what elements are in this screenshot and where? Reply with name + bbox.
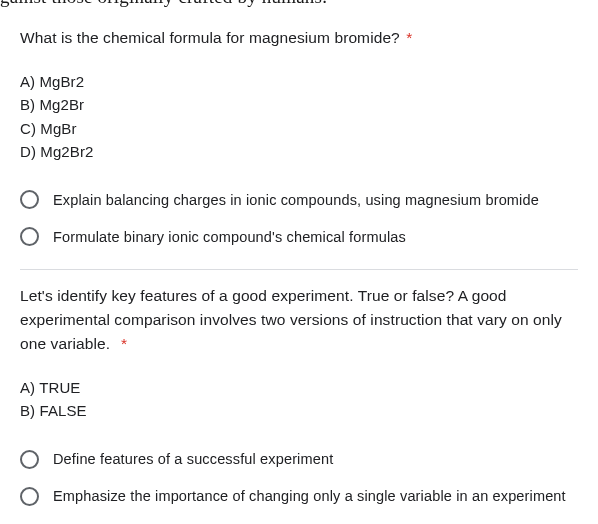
question-1-prompt: What is the chemical formula for magnesi… <box>20 26 578 50</box>
radio-icon <box>20 450 39 469</box>
question-1: What is the chemical formula for magnesi… <box>0 12 598 255</box>
radio-icon <box>20 227 39 246</box>
answer-a: A) MgBr2 <box>20 70 578 93</box>
question-2-answers: A) TRUE B) FALSE <box>20 376 578 423</box>
question-1-text: What is the chemical formula for magnesi… <box>20 29 400 46</box>
q1-option-1[interactable]: Explain balancing charges in ionic compo… <box>20 181 578 218</box>
question-2-prompt: Let's identify key features of a good ex… <box>20 284 578 356</box>
required-asterisk: * <box>116 335 127 352</box>
question-1-answers: A) MgBr2 B) Mg2Br C) MgBr D) Mg2Br2 <box>20 70 578 163</box>
q1-option-2[interactable]: Formulate binary ionic compound's chemic… <box>20 218 578 255</box>
q1-option-2-label: Formulate binary ionic compound's chemic… <box>53 229 406 245</box>
q2-option-1-label: Define features of a successful experime… <box>53 451 333 467</box>
cutoff-header-text: gainst those originally crafted by human… <box>0 0 598 12</box>
radio-icon <box>20 190 39 209</box>
question-2: Let's identify key features of a good ex… <box>0 270 598 515</box>
answer-a: A) TRUE <box>20 376 578 399</box>
q2-option-1[interactable]: Define features of a successful experime… <box>20 441 578 478</box>
answer-b: B) FALSE <box>20 399 578 422</box>
answer-d: D) Mg2Br2 <box>20 140 578 163</box>
required-asterisk: * <box>406 29 412 46</box>
q1-option-1-label: Explain balancing charges in ionic compo… <box>53 192 539 208</box>
q2-option-2[interactable]: Emphasize the importance of changing onl… <box>20 478 578 515</box>
answer-b: B) Mg2Br <box>20 93 578 116</box>
answer-c: C) MgBr <box>20 117 578 140</box>
question-2-text: Let's identify key features of a good ex… <box>20 287 562 352</box>
radio-icon <box>20 487 39 506</box>
q2-option-2-label: Emphasize the importance of changing onl… <box>53 488 566 504</box>
